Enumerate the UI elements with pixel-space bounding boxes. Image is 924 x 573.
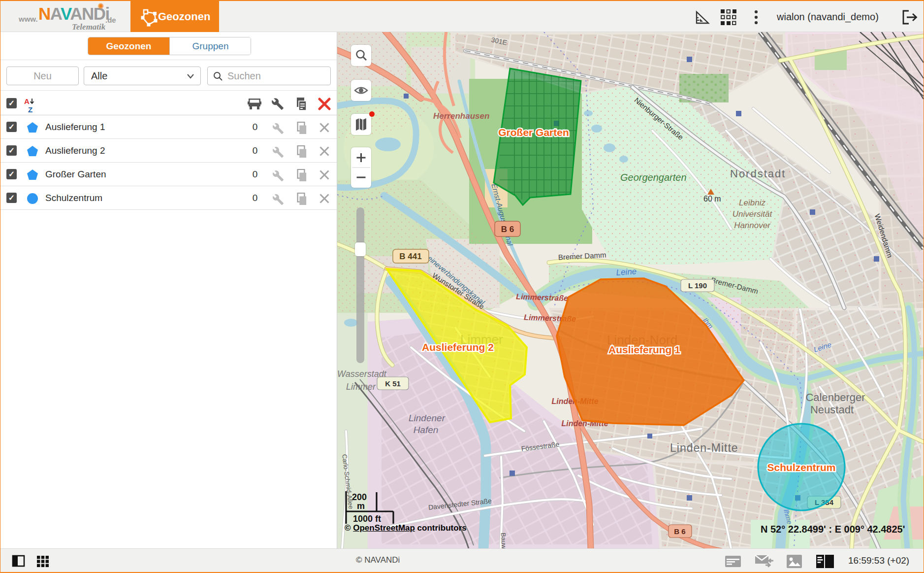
svg-text:Linden-Mitte: Linden-Mitte [670, 441, 738, 454]
svg-text:B 6: B 6 [674, 527, 685, 536]
svg-text:Georgengarten: Georgengarten [620, 172, 687, 183]
svg-text:B 6: B 6 [501, 225, 514, 234]
svg-text:Hafen: Hafen [414, 425, 439, 435]
svg-text:m: m [357, 501, 365, 511]
svg-text:Großer Garten: Großer Garten [498, 127, 569, 138]
svg-text:Nordstadt: Nordstadt [730, 168, 786, 180]
svg-text:K 51: K 51 [385, 379, 401, 388]
svg-text:Schulzentrum: Schulzentrum [767, 462, 836, 473]
svg-text:Limmer: Limmer [346, 382, 376, 392]
svg-text:Bauweg: Bauweg [500, 533, 508, 548]
svg-text:Auslieferung 2: Auslieferung 2 [422, 341, 494, 353]
svg-text:Leibniz: Leibniz [739, 198, 765, 207]
svg-text:200: 200 [352, 492, 367, 502]
svg-text:A: A [24, 97, 30, 105]
svg-text:Auslieferung 1: Auslieferung 1 [608, 344, 680, 355]
svg-text:Neustadt: Neustadt [810, 404, 854, 416]
svg-text:Universität: Universität [733, 209, 773, 219]
svg-text:L 190: L 190 [688, 281, 707, 290]
svg-text:B 441: B 441 [399, 252, 421, 261]
svg-text:Hannover: Hannover [734, 221, 771, 230]
svg-text:Z: Z [28, 105, 32, 114]
svg-text:Calenberger: Calenberger [805, 391, 865, 404]
svg-text:Leine: Leine [616, 267, 637, 277]
svg-text:Lindener: Lindener [409, 413, 446, 423]
svg-text:60 m: 60 m [703, 195, 721, 203]
svg-text:Herrenhausen: Herrenhausen [433, 111, 489, 121]
svg-text:1000 ft: 1000 ft [353, 514, 381, 524]
